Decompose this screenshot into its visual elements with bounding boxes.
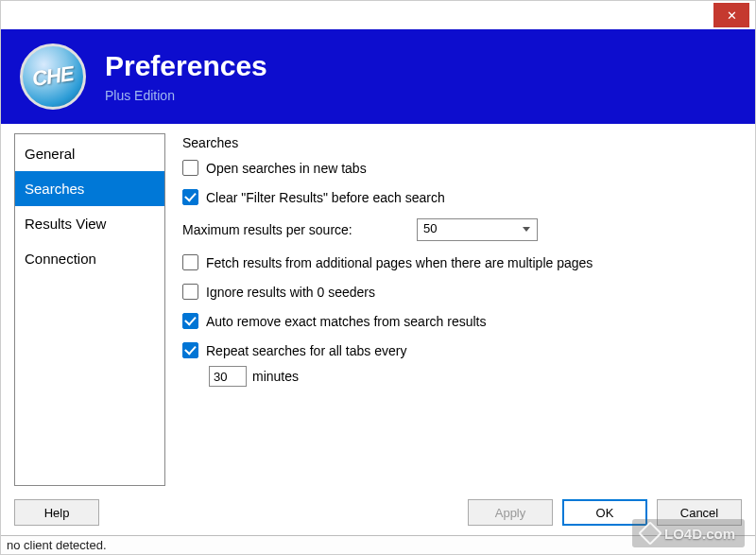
row-auto-remove: Auto remove exact matches from search re… [182,313,738,329]
banner: CHE Preferences Plus Edition [1,29,755,124]
row-open-new-tabs: Open searches in new tabs [182,160,738,176]
label-max-results: Maximum results per source: [182,222,417,237]
checkbox-open-new-tabs[interactable] [182,160,198,176]
label-fetch-additional: Fetch results from additional pages when… [206,255,593,270]
checkbox-clear-filter[interactable] [182,189,198,205]
label-ignore-zero: Ignore results with 0 seeders [206,285,375,300]
checkbox-fetch-additional[interactable] [182,254,198,270]
body-area: General Searches Results View Connection… [1,124,755,494]
app-logo: CHE [20,43,86,110]
checkbox-repeat[interactable] [182,342,198,358]
label-repeat: Repeat searches for all tabs every [206,343,406,358]
watermark-icon [638,521,662,545]
nav-item-searches[interactable]: Searches [15,171,164,206]
page-subtitle: Plus Edition [105,88,267,103]
label-clear-filter: Clear "Filter Results" before each searc… [206,190,445,205]
input-repeat-minutes[interactable] [209,366,247,387]
watermark-text: LO4D.com [664,526,735,542]
nav-item-general[interactable]: General [15,136,164,171]
label-open-new-tabs: Open searches in new tabs [206,161,367,176]
section-title: Searches [182,135,738,150]
nav-item-connection[interactable]: Connection [15,241,164,276]
banner-text: Preferences Plus Edition [105,50,267,103]
help-button[interactable]: Help [14,499,99,526]
nav-list: General Searches Results View Connection [14,133,165,486]
row-clear-filter: Clear "Filter Results" before each searc… [182,189,738,205]
content-panel: Searches Open searches in new tabs Clear… [179,133,742,486]
checkbox-auto-remove[interactable] [182,313,198,329]
row-fetch-additional: Fetch results from additional pages when… [182,254,738,270]
apply-button[interactable]: Apply [468,499,553,526]
close-icon: ✕ [727,9,737,23]
label-repeat-unit: minutes [252,369,299,384]
row-repeat: Repeat searches for all tabs every [182,342,738,358]
row-repeat-value: minutes [182,366,738,387]
select-max-results-value: 50 [423,221,437,235]
close-button[interactable]: ✕ [713,3,749,27]
preferences-window: ✕ CHE Preferences Plus Edition General S… [0,0,756,555]
checkbox-ignore-zero[interactable] [182,284,198,300]
logo-text: CHE [31,61,76,92]
nav-item-results-view[interactable]: Results View [15,206,164,241]
label-auto-remove: Auto remove exact matches from search re… [206,314,486,329]
select-max-results[interactable]: 50 [417,218,538,241]
page-title: Preferences [105,50,267,82]
titlebar: ✕ [1,1,755,29]
watermark: LO4D.com [632,519,745,547]
row-max-results: Maximum results per source: 50 [182,218,738,241]
row-ignore-zero: Ignore results with 0 seeders [182,284,738,300]
